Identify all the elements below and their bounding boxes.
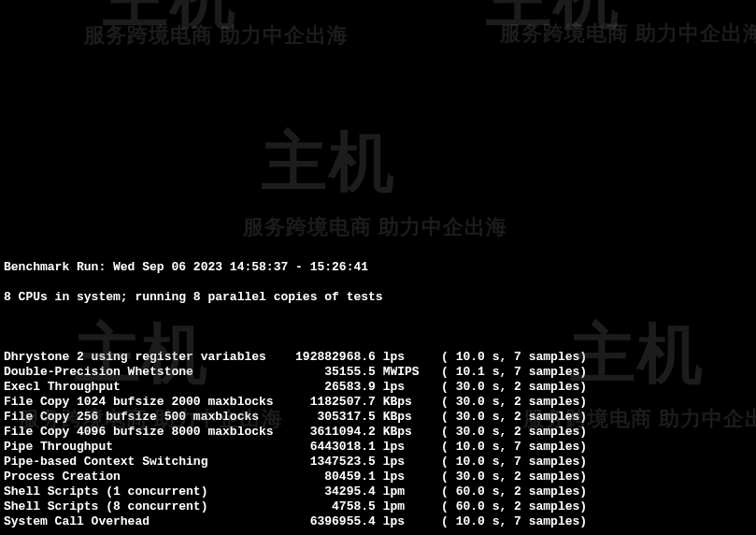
result-row: Pipe-based Context Switching 1347523.5 l… (4, 455, 752, 470)
terminal-output: Benchmark Run: Wed Sep 06 2023 14:58:37 … (4, 245, 752, 535)
watermark-slogan-2: 服务跨境电商 助力中企出海 (500, 26, 756, 41)
result-row: Dhrystone 2 using register variables 192… (4, 350, 752, 365)
watermark-slogan-1: 服务跨境电商 助力中企出海 (84, 28, 349, 43)
results-block: Dhrystone 2 using register variables 192… (4, 350, 752, 529)
watermark-logo-3: 主机 (262, 154, 396, 169)
result-row: File Copy 1024 bufsize 2000 maxblocks 11… (4, 395, 752, 410)
watermark-logo-1: 主机 (103, 0, 237, 6)
watermark-logo-2: 主机 (486, 0, 620, 6)
result-row: Execl Throughput 26583.9 lps ( 30.0 s, 2… (4, 380, 752, 395)
result-row: Double-Precision Whetstone 35155.5 MWIPS… (4, 365, 752, 380)
result-row: File Copy 4096 bufsize 8000 maxblocks 36… (4, 425, 752, 440)
cpu-header: 8 CPUs in system; running 8 parallel cop… (4, 290, 752, 305)
result-row: Process Creation 80459.1 lps ( 30.0 s, 2… (4, 470, 752, 484)
result-row: System Call Overhead 6396955.4 lps ( 10.… (4, 514, 752, 529)
result-row: Pipe Throughput 6443018.1 lps ( 10.0 s, … (4, 440, 752, 455)
result-row: File Copy 256 bufsize 500 maxblocks 3053… (4, 410, 752, 425)
run-header: Benchmark Run: Wed Sep 06 2023 14:58:37 … (4, 260, 752, 275)
result-row: Shell Scripts (8 concurrent) 4758.5 lpm … (4, 499, 752, 514)
blank (4, 320, 752, 335)
result-row: Shell Scripts (1 concurrent) 34295.4 lpm… (4, 484, 752, 499)
watermark-slogan-3: 服务跨境电商 助力中企出海 (243, 220, 507, 235)
